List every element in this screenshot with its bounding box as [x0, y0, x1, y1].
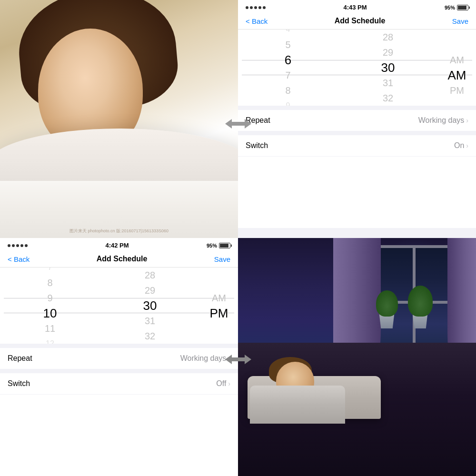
minute-item-bl: 32 — [100, 328, 200, 344]
svg-marker-0 — [225, 119, 251, 129]
clock-bl: 4:42 PM — [105, 242, 129, 249]
top-right-phone: 4:43 PM 95% < Back Add Schedule Save 4 — [238, 0, 476, 238]
battery-area: 95% — [445, 5, 468, 10]
hour-column[interactable]: 4 5 6 7 8 9 — [238, 30, 338, 106]
repeat-value-text: Working days — [418, 116, 465, 125]
empty-area-bottom — [0, 395, 238, 476]
battery-percent: 95% — [445, 5, 455, 10]
svg-marker-1 — [225, 355, 251, 364]
minute-selected-bl: 30 — [100, 298, 200, 313]
battery-tip — [469, 6, 470, 9]
hour-selected-bl: 10 — [0, 306, 100, 321]
minute-column-bl[interactable]: 27 28 29 30 31 32 33 — [100, 268, 200, 344]
bottom-left-phone: 4:42 PM 95% < Back Add Schedule Save 7 — [0, 238, 238, 476]
hour-item-bl: 8 — [0, 275, 100, 290]
switch-value-text: On — [454, 141, 464, 150]
switch-row[interactable]: Switch On › — [238, 135, 476, 156]
plant-right — [407, 286, 433, 328]
repeat-row[interactable]: Repeat Working days › — [238, 110, 476, 131]
plant-leaves — [376, 290, 398, 317]
horizontal-arrow-top — [225, 117, 251, 130]
switch-value: On › — [454, 141, 468, 150]
watermark: 图片来天 photophoto.cn 版:20160717|1561333S06… — [69, 228, 169, 234]
chevron-right-icon-2: › — [466, 142, 468, 149]
hour-selected: 6 — [238, 52, 338, 68]
bottom-arrow-container — [221, 345, 255, 374]
minute-item: 31 — [338, 75, 438, 90]
minute-item-bl: 29 — [100, 283, 200, 298]
ampm-column-bl[interactable]: AM PM — [200, 275, 238, 336]
battery-tip-bl — [231, 244, 232, 247]
ampm-item: PM — [438, 83, 476, 98]
nav-bar-top: < Back Add Schedule Save — [238, 14, 476, 30]
ampm-item-bl: AM — [200, 275, 238, 306]
signal-dot-bl-4 — [20, 244, 23, 247]
battery-fill — [458, 6, 466, 10]
empty-area-top — [238, 157, 476, 228]
switch-section-bottom: Switch Off › — [0, 373, 238, 394]
minute-item-bl: 31 — [100, 313, 200, 328]
signal-dot-5 — [263, 6, 266, 9]
child-blanket — [250, 386, 345, 424]
nav-title-bl: Add Schedule — [97, 255, 148, 263]
time-picker-top[interactable]: 4 5 6 7 8 9 27 28 29 30 31 32 33 — [238, 30, 476, 106]
switch-value-text-bl: Off — [216, 379, 226, 388]
hour-item: 9 — [238, 98, 338, 106]
signal-dot-bl-5 — [25, 244, 28, 247]
hour-item: 4 — [238, 30, 338, 37]
minute-item: 28 — [338, 30, 438, 45]
minute-selected: 30 — [338, 60, 438, 75]
minute-item: 29 — [338, 45, 438, 60]
hour-item-bl: 12 — [0, 336, 100, 344]
status-bar-bottom: 4:42 PM 95% — [0, 238, 238, 252]
signal-dot-4 — [258, 6, 261, 9]
signal-dot-1 — [246, 6, 248, 9]
hour-item-bl: 9 — [0, 290, 100, 306]
signal-dot-bl-1 — [8, 244, 10, 247]
plant-leaves-2 — [408, 286, 433, 317]
top-arrow-container — [224, 109, 252, 138]
ampm-selected: AM — [438, 68, 476, 83]
plant-left — [374, 290, 400, 328]
settings-section-bottom: Repeat Working days › — [0, 348, 238, 369]
separator-2 — [238, 131, 476, 135]
chevron-right-icon: › — [466, 117, 468, 124]
settings-section-top: Repeat Working days › — [238, 110, 476, 131]
hour-item: 8 — [238, 83, 338, 98]
ampm-selected-bl: PM — [200, 306, 238, 321]
nav-title: Add Schedule — [335, 17, 386, 25]
hour-column-bl[interactable]: 7 8 9 10 11 12 — [0, 268, 100, 344]
switch-value-bl: Off › — [216, 379, 230, 388]
hour-item-bl: 7 — [0, 268, 100, 275]
switch-label: Switch — [246, 141, 268, 150]
top-left-photo: 图片来天 photophoto.cn 版:20160717|1561333S06… — [0, 0, 238, 238]
repeat-row-bl[interactable]: Repeat Working days › — [0, 348, 238, 369]
signal-dot-bl-3 — [16, 244, 19, 247]
battery-area-bl: 95% — [207, 243, 230, 248]
switch-label-bl: Switch — [8, 379, 30, 388]
repeat-label-bl: Repeat — [8, 354, 32, 363]
ampm-column[interactable]: AM AM PM — [438, 37, 476, 98]
save-button-bl[interactable]: Save — [214, 255, 230, 263]
minute-item: 32 — [338, 90, 438, 106]
back-button-bl[interactable]: < Back — [8, 255, 30, 263]
horizontal-arrow-bottom — [225, 353, 251, 366]
battery-icon-bl — [219, 243, 230, 248]
repeat-value-text-bl: Working days — [180, 354, 227, 363]
hour-item-bl: 11 — [0, 321, 100, 336]
status-bar-top: 4:43 PM 95% — [238, 0, 476, 14]
battery-percent-bl: 95% — [207, 243, 217, 248]
switch-section-top: Switch On › — [238, 135, 476, 156]
signal-dot-2 — [250, 6, 253, 9]
hour-item: 5 — [238, 37, 338, 52]
chevron-right-icon-2-bl: › — [228, 380, 230, 387]
separator-2-bl — [0, 369, 238, 373]
separator-bl — [0, 344, 238, 348]
repeat-value: Working days › — [418, 116, 468, 125]
switch-row-bl[interactable]: Switch Off › — [0, 373, 238, 394]
time-picker-bottom[interactable]: 7 8 9 10 11 12 27 28 29 30 31 32 33 — [0, 268, 238, 344]
save-button[interactable]: Save — [452, 17, 468, 25]
hour-item: 7 — [238, 68, 338, 83]
back-button[interactable]: < Back — [246, 17, 268, 25]
minute-column[interactable]: 27 28 29 30 31 32 33 — [338, 30, 438, 106]
